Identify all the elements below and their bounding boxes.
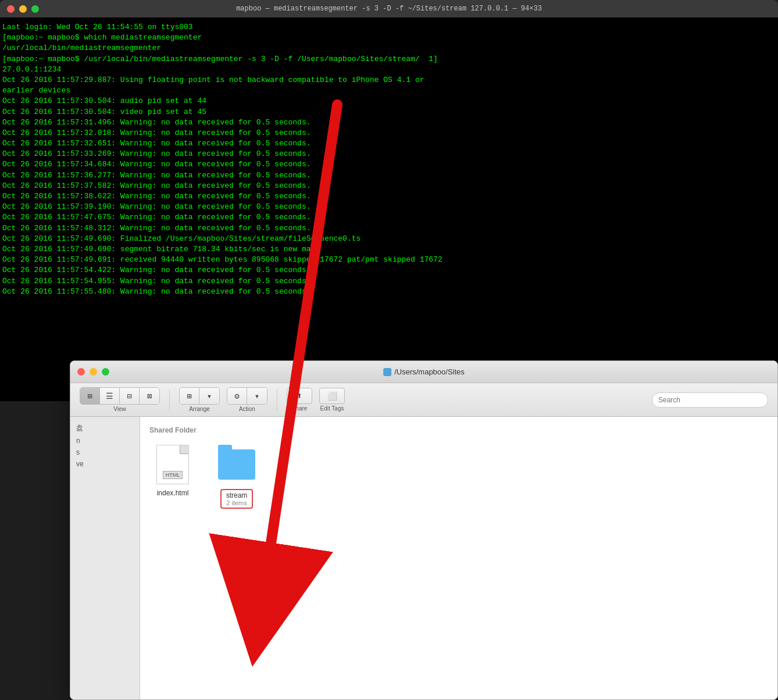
terminal-line: Oct 26 2016 11:57:32.651: Warning: no da… [2,138,776,149]
share-button[interactable]: ⬆ [287,388,312,404]
edit-tags-button[interactable]: ⬜ [319,388,345,404]
terminal-line: Oct 26 2016 11:57:48.312: Warning: no da… [2,223,776,234]
terminal-line: Oct 26 2016 11:57:30.504: audio pid set … [2,96,776,106]
action-dropdown-button[interactable]: ▾ [247,388,267,404]
terminal-line: Oct 26 2016 11:57:31.496: Warning: no da… [2,117,776,128]
arrange-toolbar-group[interactable]: ⊞ ▾ Arrange [179,387,220,412]
sidebar-item-1[interactable]: 盘 [70,422,140,435]
finder-window: /Users/mapboo/Sites ⊞ ☰ ⊟ ⊠ View ⊞ ▾ [70,360,778,700]
action-label: Action [239,406,255,412]
view-toolbar-group[interactable]: ⊞ ☰ ⊟ ⊠ View [80,387,160,412]
file-item-index-html[interactable]: HTML index.html [149,444,196,497]
folder-icon-small [383,368,391,376]
terminal-line: Oct 26 2016 11:57:49.690: segment bitrat… [2,244,776,255]
arrange-dropdown-button[interactable]: ▾ [199,388,219,404]
terminal-line: /usr/local/bin/mediastreamsegmenter [2,43,776,53]
terminal-line: Oct 26 2016 11:57:49.690: Finalized /Use… [2,234,776,244]
cover-flow-button[interactable]: ⊠ [140,388,159,404]
terminal-line: Oct 26 2016 11:57:29.887: Using floating… [2,75,776,85]
terminal-line: 27.0.0.1:1234 [2,65,776,75]
sidebar-item-2[interactable]: n [70,435,140,447]
terminal-line: Oct 26 2016 11:57:37.582: Warning: no da… [2,181,776,191]
terminal-line: earlier devices [2,85,776,96]
finder-main-pane: Shared Folder HTML index.html [140,417,777,700]
toolbar-separator-2 [277,390,277,410]
finder-items-container: HTML index.html stream 2 items [149,444,768,509]
finder-toolbar: ⊞ ☰ ⊟ ⊠ View ⊞ ▾ Arrange ⚙ [70,383,777,417]
folder-name: stream [226,491,248,499]
folder-item-labels: stream 2 items [220,489,254,509]
terminal-line: Last login: Wed Oct 26 11:54:55 on ttys0… [2,22,776,33]
finder-title: /Users/mapboo/Sites [383,367,465,376]
html-file-icon: HTML [156,445,189,484]
terminal-line: Oct 26 2016 11:57:54.955: Warning: no da… [2,276,776,287]
search-input[interactable] [652,392,768,408]
minimize-button[interactable] [19,5,27,13]
view-label: View [113,406,126,412]
finder-content-area: 盘 n s ve Shared Folder HTML index.html [70,417,777,700]
icon-view-button[interactable]: ⊞ [80,388,100,404]
finder-close-button[interactable] [77,368,85,376]
terminal-line: Oct 26 2016 11:57:30.504: video pid set … [2,107,776,117]
html-badge: HTML [163,471,183,479]
edit-tags-label: Edit Tags [320,405,344,412]
terminal-line: [mapboo:~ mapboo$ which mediastreamsegme… [2,33,776,43]
share-label: Share [292,405,308,412]
toolbar-separator-1 [169,390,170,410]
terminal-body: Last login: Wed Oct 26 11:54:55 on ttys0… [0,17,778,401]
sidebar-item-4[interactable]: ve [70,458,140,470]
terminal-titlebar: mapboo — mediastreamsegmenter -s 3 -D -f… [0,0,778,17]
section-header: Shared Folder [149,426,768,437]
edit-tags-toolbar-group[interactable]: ⬜ Edit Tags [319,388,345,412]
arrange-grid-button[interactable]: ⊞ [180,388,199,404]
terminal-window: mapboo — mediastreamsegmenter -s 3 -D -f… [0,0,778,401]
finder-maximize-button[interactable] [102,368,109,376]
maximize-button[interactable] [31,5,39,13]
sidebar-item-3[interactable]: s [70,447,140,458]
terminal-line: Oct 26 2016 11:57:54.422: Warning: no da… [2,265,776,276]
terminal-line: Oct 26 2016 11:57:47.675: Warning: no da… [2,212,776,223]
finder-sidebar: 盘 n s ve [70,417,140,700]
share-toolbar-group[interactable]: ⬆ Share [287,388,312,412]
terminal-line: Oct 26 2016 11:57:39.190: Warning: no da… [2,202,776,212]
list-view-button[interactable]: ☰ [100,388,120,404]
html-file-icon-wrapper: HTML [154,444,191,485]
file-name: index.html [157,489,189,497]
folder-icon-wrapper [218,444,255,485]
folder-icon [218,449,255,480]
folder-item-count: 2 items [226,499,248,506]
folder-item-stream[interactable]: stream 2 items [213,444,260,509]
finder-minimize-button[interactable] [90,368,97,376]
arrange-label: Arrange [189,406,210,412]
terminal-line: Oct 26 2016 11:57:32.018: Warning: no da… [2,128,776,138]
terminal-line: Oct 26 2016 11:57:55.480: Warning: no da… [2,287,776,297]
terminal-line: Oct 26 2016 11:57:38.622: Warning: no da… [2,191,776,202]
action-toolbar-group[interactable]: ⚙ ▾ Action [227,387,267,412]
terminal-title: mapboo — mediastreamsegmenter -s 3 -D -f… [236,5,542,13]
terminal-line: [mapboo:~ mapboo$ /usr/local/bin/mediast… [2,54,776,65]
terminal-line: Oct 26 2016 11:57:33.269: Warning: no da… [2,149,776,159]
column-view-button[interactable]: ⊟ [120,388,140,404]
action-gear-button[interactable]: ⚙ [227,388,247,404]
close-button[interactable] [7,5,15,13]
file-item-label: index.html [157,489,189,497]
finder-titlebar: /Users/mapboo/Sites [70,361,777,383]
terminal-line: Oct 26 2016 11:57:36.277: Warning: no da… [2,170,776,181]
terminal-line: Oct 26 2016 11:57:34.684: Warning: no da… [2,159,776,170]
terminal-line: Oct 26 2016 11:57:49.691: received 94440… [2,255,776,265]
